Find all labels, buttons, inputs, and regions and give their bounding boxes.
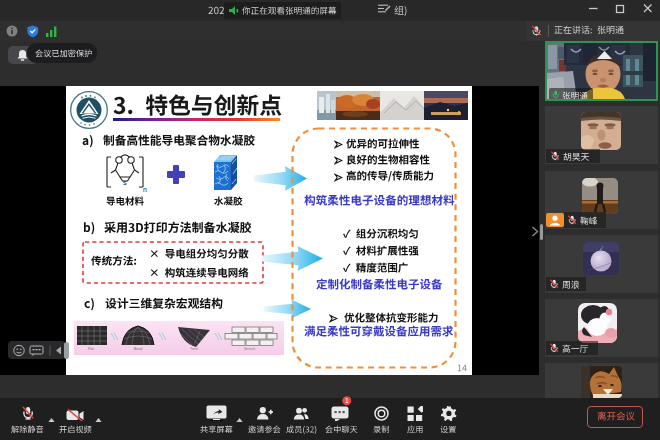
- svg-text:1: 1: [345, 397, 349, 404]
- svg-text:Stretch: Stretch: [244, 347, 255, 351]
- svg-text:s: s: [123, 178, 127, 187]
- svg-text:n: n: [143, 186, 147, 193]
- svg-text:Bend: Bend: [134, 347, 142, 351]
- svg-text:Flat: Flat: [88, 347, 94, 351]
- svg-text:Twist: Twist: [190, 347, 198, 351]
